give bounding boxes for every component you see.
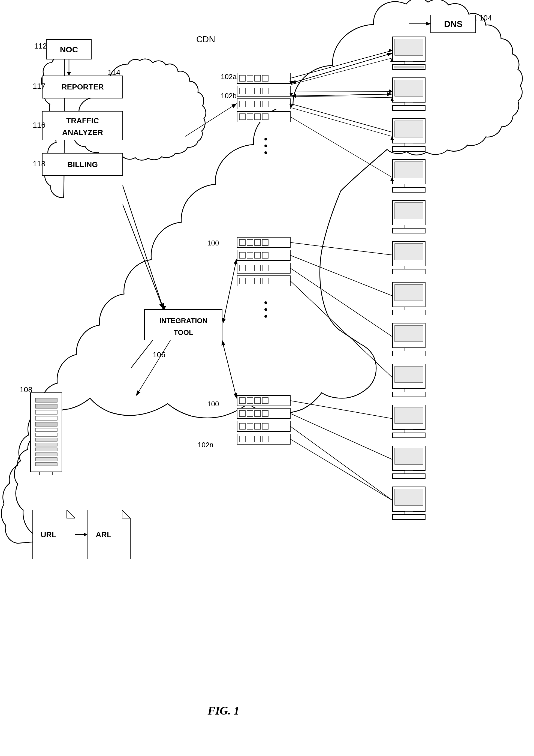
svg-line-182 <box>290 439 393 500</box>
svg-rect-87 <box>239 423 245 429</box>
svg-text:116: 116 <box>33 121 45 129</box>
svg-rect-109 <box>393 147 425 151</box>
svg-point-50 <box>265 151 267 154</box>
svg-rect-103 <box>395 80 423 96</box>
svg-rect-30 <box>247 75 253 81</box>
svg-rect-28 <box>237 73 290 83</box>
svg-rect-158 <box>36 458 57 461</box>
svg-rect-144 <box>405 511 413 515</box>
svg-point-72 <box>265 301 267 304</box>
svg-rect-82 <box>239 411 245 417</box>
svg-line-178 <box>290 281 393 378</box>
svg-rect-29 <box>239 75 245 81</box>
svg-rect-33 <box>237 86 290 96</box>
svg-rect-108 <box>405 143 413 147</box>
svg-rect-151 <box>36 422 57 426</box>
svg-rect-124 <box>405 307 413 310</box>
svg-text:102a: 102a <box>221 72 237 81</box>
svg-line-24 <box>476 20 476 21</box>
svg-marker-205 <box>290 104 293 108</box>
svg-rect-32 <box>262 75 268 81</box>
svg-point-49 <box>265 145 267 147</box>
svg-line-193 <box>222 340 237 398</box>
svg-rect-69 <box>247 278 253 284</box>
svg-line-174 <box>290 50 393 78</box>
svg-line-17 <box>44 48 46 48</box>
svg-rect-39 <box>239 101 245 107</box>
svg-rect-136 <box>405 430 413 433</box>
svg-rect-61 <box>262 252 268 258</box>
svg-rect-100 <box>393 65 425 69</box>
svg-rect-11 <box>431 15 476 33</box>
svg-text:TOOL: TOOL <box>174 328 193 337</box>
svg-rect-128 <box>405 348 413 351</box>
svg-rect-156 <box>36 448 57 451</box>
svg-rect-35 <box>247 88 253 94</box>
svg-rect-160 <box>39 472 53 475</box>
svg-rect-13 <box>144 310 222 340</box>
svg-rect-34 <box>239 88 245 94</box>
svg-marker-206 <box>390 136 394 140</box>
svg-line-190 <box>223 259 237 323</box>
svg-rect-143 <box>395 489 423 505</box>
svg-marker-202 <box>290 93 293 96</box>
svg-text:102n: 102n <box>198 441 214 449</box>
svg-rect-135 <box>395 407 423 423</box>
svg-rect-140 <box>405 471 413 474</box>
svg-rect-155 <box>36 443 57 446</box>
svg-rect-113 <box>393 187 425 192</box>
svg-rect-141 <box>393 474 425 479</box>
svg-rect-122 <box>393 282 425 307</box>
svg-rect-119 <box>395 244 423 260</box>
svg-rect-84 <box>255 411 261 417</box>
svg-line-168 <box>131 340 153 368</box>
svg-rect-40 <box>247 101 253 107</box>
svg-rect-129 <box>393 351 425 356</box>
svg-marker-199 <box>290 81 293 85</box>
svg-rect-52 <box>237 237 290 248</box>
svg-rect-31 <box>255 75 261 81</box>
svg-line-185 <box>291 53 392 83</box>
svg-marker-203 <box>390 98 394 101</box>
svg-rect-38 <box>237 99 290 109</box>
svg-line-188 <box>291 94 392 96</box>
svg-point-73 <box>265 308 267 311</box>
svg-rect-145 <box>393 515 425 520</box>
svg-rect-79 <box>255 398 261 404</box>
svg-marker-167 <box>161 306 166 310</box>
svg-rect-146 <box>31 393 62 472</box>
svg-rect-95 <box>255 436 261 442</box>
svg-rect-76 <box>237 395 290 406</box>
svg-rect-126 <box>393 323 425 348</box>
svg-rect-37 <box>262 88 268 94</box>
svg-line-177 <box>290 268 393 337</box>
svg-rect-78 <box>247 398 253 404</box>
svg-rect-81 <box>237 408 290 418</box>
svg-rect-98 <box>395 39 423 55</box>
svg-point-74 <box>265 315 267 318</box>
svg-text:100: 100 <box>207 400 219 408</box>
svg-rect-131 <box>395 366 423 383</box>
svg-line-186 <box>291 53 392 83</box>
svg-marker-165 <box>84 533 87 536</box>
svg-rect-85 <box>262 411 268 417</box>
svg-text:100: 100 <box>207 239 219 247</box>
svg-line-201 <box>291 96 392 98</box>
svg-rect-125 <box>393 310 425 315</box>
svg-marker-172 <box>389 90 393 93</box>
svg-line-181 <box>290 426 393 500</box>
svg-rect-111 <box>395 162 423 178</box>
svg-rect-137 <box>393 433 425 438</box>
svg-line-207 <box>291 117 392 177</box>
svg-line-173 <box>290 104 393 132</box>
svg-line-204 <box>291 108 392 136</box>
svg-line-187 <box>291 94 392 96</box>
svg-rect-6 <box>42 111 123 140</box>
svg-text:112: 112 <box>34 42 47 50</box>
svg-text:URL: URL <box>40 530 56 539</box>
svg-rect-57 <box>237 250 290 260</box>
svg-text:ARL: ARL <box>96 530 112 539</box>
svg-rect-102 <box>393 78 425 102</box>
svg-text:REPORTER: REPORTER <box>61 83 104 91</box>
svg-rect-130 <box>393 364 425 389</box>
